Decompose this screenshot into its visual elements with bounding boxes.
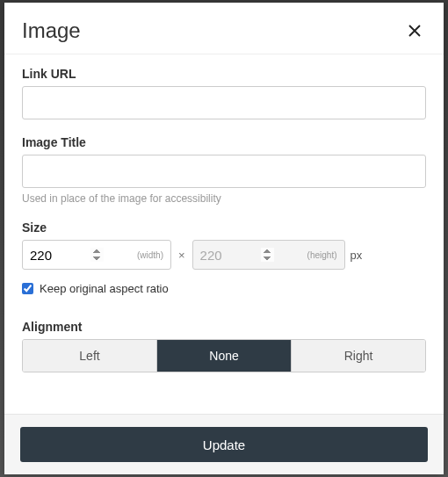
width-hint: (width) <box>137 250 163 260</box>
image-title-input[interactable] <box>22 155 426 188</box>
width-input[interactable] <box>23 241 111 269</box>
link-url-label: Link URL <box>22 67 426 81</box>
size-unit: px <box>350 249 363 262</box>
alignment-none-button[interactable]: None <box>157 340 292 372</box>
modal-footer: Update <box>4 414 444 474</box>
image-title-helper: Used in place of the image for accessibi… <box>22 192 426 205</box>
alignment-label: Alignment <box>22 320 426 334</box>
aspect-ratio-label: Keep original aspect ratio <box>40 282 169 295</box>
width-box: (width) <box>22 240 171 270</box>
alignment-group: Left None Right <box>22 339 426 372</box>
image-title-field: Image Title Used in place of the image f… <box>22 135 426 205</box>
link-url-field: Link URL <box>22 67 426 119</box>
modal-header: Image <box>4 3 444 54</box>
height-box: (height) <box>192 240 345 270</box>
alignment-left-button[interactable]: Left <box>23 340 157 372</box>
height-hint: (height) <box>307 250 337 260</box>
close-button[interactable] <box>403 19 426 42</box>
image-settings-modal: Image Link URL Image Title Used in place… <box>4 3 444 474</box>
aspect-ratio-checkbox[interactable] <box>22 283 33 294</box>
size-label: Size <box>22 220 426 235</box>
size-field: Size (width) × (height) px Keep original… <box>22 220 426 295</box>
dimension-separator: × <box>177 249 187 262</box>
modal-title: Image <box>22 18 81 43</box>
aspect-ratio-row: Keep original aspect ratio <box>22 282 426 295</box>
alignment-field: Alignment Left None Right <box>22 320 426 372</box>
image-title-label: Image Title <box>22 135 426 149</box>
link-url-input[interactable] <box>22 86 426 119</box>
close-icon <box>407 23 423 39</box>
alignment-right-button[interactable]: Right <box>292 340 425 372</box>
update-button[interactable]: Update <box>20 427 428 462</box>
height-input <box>193 241 281 269</box>
modal-body: Link URL Image Title Used in place of th… <box>4 54 444 414</box>
size-row: (width) × (height) px <box>22 240 426 270</box>
